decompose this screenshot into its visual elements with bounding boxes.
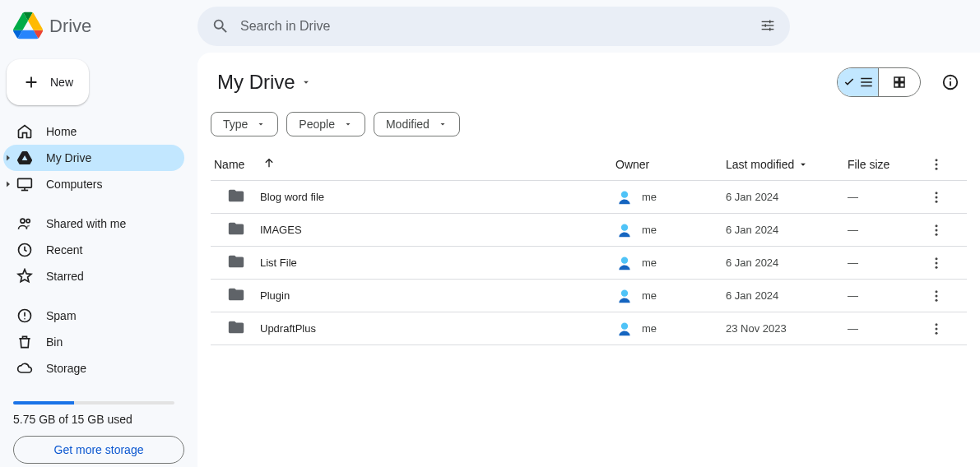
new-button[interactable]: New bbox=[7, 59, 89, 105]
svg-rect-16 bbox=[894, 77, 899, 81]
nav-group-3: Spam Bin Storage bbox=[3, 303, 184, 381]
sidebar-item-shared[interactable]: Shared with me bbox=[3, 210, 184, 237]
path-label: My Drive bbox=[217, 71, 295, 94]
owner-avatar-icon bbox=[615, 254, 634, 272]
row-menu-button[interactable] bbox=[922, 289, 951, 303]
plus-icon bbox=[22, 73, 40, 91]
home-icon bbox=[16, 123, 33, 140]
chevron-right-icon[interactable] bbox=[1, 153, 16, 163]
path-dropdown[interactable]: My Drive bbox=[211, 67, 318, 97]
column-size[interactable]: File size bbox=[848, 158, 922, 171]
chip-label: People bbox=[299, 118, 335, 131]
row-name-cell: Blog word file bbox=[214, 187, 615, 207]
clock-icon bbox=[16, 242, 33, 258]
chip-people[interactable]: People bbox=[286, 112, 365, 136]
column-label: File size bbox=[848, 158, 889, 171]
row-name: UpdraftPlus bbox=[260, 322, 316, 335]
nav-group-2: Shared with me Recent Starred bbox=[3, 210, 184, 289]
table-row[interactable]: UpdraftPlusme23 Nov 2023— bbox=[211, 312, 967, 345]
row-name-cell: UpdraftPlus bbox=[214, 318, 615, 339]
sidebar-item-recent[interactable]: Recent bbox=[3, 237, 184, 263]
sort-arrow-up-icon[interactable] bbox=[262, 156, 276, 172]
table-row[interactable]: IMAGESme6 Jan 2024— bbox=[211, 214, 967, 247]
top-bar: Drive bbox=[0, 0, 980, 53]
svg-point-35 bbox=[936, 257, 938, 260]
column-label: Owner bbox=[615, 158, 649, 171]
storage-text: 5.75 GB of 15 GB used bbox=[13, 413, 184, 426]
sidebar-item-computers[interactable]: Computers bbox=[3, 171, 184, 197]
folder-icon bbox=[227, 318, 245, 339]
svg-point-40 bbox=[936, 294, 938, 297]
main-content: My Drive Type bbox=[197, 53, 980, 467]
header-right bbox=[837, 66, 967, 99]
sidebar-item-mydrive[interactable]: My Drive bbox=[3, 145, 184, 171]
owner-label: me bbox=[642, 322, 657, 335]
list-view-button[interactable] bbox=[838, 68, 879, 96]
sidebar-item-starred[interactable]: Starred bbox=[3, 263, 184, 289]
table-row[interactable]: Blog word fileme6 Jan 2024— bbox=[211, 181, 967, 214]
caret-down-icon bbox=[438, 119, 448, 129]
get-storage-button[interactable]: Get more storage bbox=[13, 436, 184, 464]
view-toggle bbox=[837, 67, 921, 97]
search-icon[interactable] bbox=[204, 10, 237, 43]
search-input[interactable] bbox=[240, 19, 747, 34]
row-name-cell: List File bbox=[214, 252, 615, 273]
svg-point-33 bbox=[936, 233, 938, 235]
column-modified[interactable]: Last modified bbox=[726, 158, 848, 171]
table-row[interactable]: Pluginme6 Jan 2024— bbox=[211, 280, 967, 312]
row-menu-button[interactable] bbox=[922, 321, 951, 336]
row-owner: me bbox=[615, 188, 726, 206]
search-box[interactable] bbox=[197, 7, 790, 46]
owner-label: me bbox=[642, 257, 657, 269]
svg-point-44 bbox=[936, 327, 938, 330]
table-header: Name Owner Last modified File size bbox=[211, 148, 967, 181]
chip-modified[interactable]: Modified bbox=[374, 112, 460, 136]
sidebar-item-spam[interactable]: Spam bbox=[3, 303, 184, 329]
spam-icon bbox=[16, 307, 33, 324]
row-modified: 23 Nov 2023 bbox=[726, 322, 848, 335]
table-row[interactable]: List Fileme6 Jan 2024— bbox=[211, 247, 967, 280]
svg-point-34 bbox=[621, 257, 628, 263]
sidebar-item-home[interactable]: Home bbox=[3, 118, 184, 145]
logo-area[interactable]: Drive bbox=[13, 11, 197, 43]
chip-type[interactable]: Type bbox=[211, 112, 278, 136]
sidebar-item-storage[interactable]: Storage bbox=[3, 355, 184, 381]
owner-label: me bbox=[642, 289, 657, 302]
drive-logo-icon bbox=[13, 11, 43, 43]
search-filters-icon[interactable] bbox=[750, 10, 783, 43]
sidebar-item-label: Storage bbox=[46, 362, 86, 375]
row-menu-button[interactable] bbox=[922, 190, 951, 205]
svg-point-45 bbox=[936, 331, 938, 334]
chevron-right-icon[interactable] bbox=[1, 179, 16, 189]
row-name-cell: Plugin bbox=[214, 285, 615, 306]
row-size: — bbox=[848, 257, 922, 269]
sidebar-item-bin[interactable]: Bin bbox=[3, 329, 184, 355]
row-menu-button[interactable] bbox=[922, 223, 951, 238]
row-modified: 6 Jan 2024 bbox=[726, 224, 848, 236]
grid-icon bbox=[892, 75, 907, 90]
row-size: — bbox=[848, 191, 922, 203]
computers-icon bbox=[16, 176, 33, 192]
row-name: Plugin bbox=[260, 289, 290, 302]
row-size: — bbox=[848, 224, 922, 236]
sidebar-item-label: Spam bbox=[46, 309, 77, 322]
check-icon bbox=[843, 76, 856, 89]
column-menu[interactable] bbox=[922, 157, 951, 172]
svg-point-42 bbox=[621, 322, 628, 329]
row-modified: 6 Jan 2024 bbox=[726, 191, 848, 203]
svg-rect-18 bbox=[894, 83, 899, 87]
folder-icon bbox=[227, 285, 245, 306]
row-owner: me bbox=[615, 221, 726, 239]
svg-point-32 bbox=[936, 229, 938, 231]
info-button[interactable] bbox=[934, 66, 967, 99]
grid-view-button[interactable] bbox=[879, 68, 920, 96]
info-icon bbox=[941, 73, 959, 91]
owner-avatar-icon bbox=[615, 188, 634, 206]
owner-avatar-icon bbox=[615, 320, 634, 338]
column-owner[interactable]: Owner bbox=[615, 158, 726, 171]
row-menu-button[interactable] bbox=[922, 256, 951, 270]
new-button-label: New bbox=[50, 76, 73, 89]
drive-icon bbox=[16, 150, 33, 165]
svg-point-37 bbox=[936, 266, 938, 268]
column-name[interactable]: Name bbox=[214, 156, 615, 172]
